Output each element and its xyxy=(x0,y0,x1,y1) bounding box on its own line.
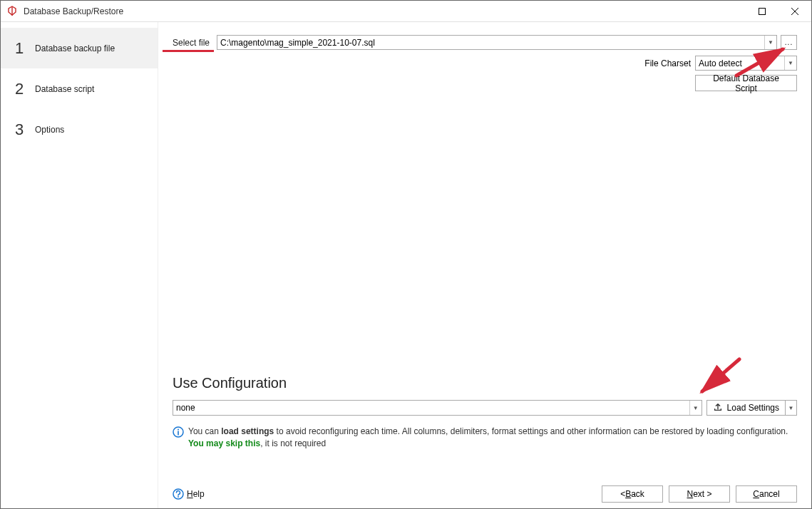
svg-rect-3 xyxy=(178,431,179,436)
close-button[interactable] xyxy=(778,1,811,22)
titlebar: Database Backup/Restore xyxy=(1,1,811,22)
step-number: 2 xyxy=(15,80,31,98)
upload-icon xyxy=(713,402,723,414)
window-title: Database Backup/Restore xyxy=(24,6,123,16)
step-options[interactable]: 3 Options xyxy=(1,109,158,150)
step-label: Database script xyxy=(35,84,94,94)
step-number: 3 xyxy=(15,120,31,139)
step-label: Database backup file xyxy=(35,43,115,53)
use-configuration-title: Use Configuration xyxy=(173,375,797,391)
app-icon xyxy=(6,6,18,17)
svg-rect-0 xyxy=(759,8,766,14)
default-database-script-button[interactable]: Default Database Script xyxy=(695,75,797,91)
configuration-combo[interactable]: none ▼ xyxy=(173,400,702,416)
file-path-input[interactable] xyxy=(217,36,764,49)
help-link[interactable]: Help xyxy=(187,489,205,499)
browse-button[interactable]: ... xyxy=(781,35,797,50)
svg-point-2 xyxy=(178,429,179,431)
file-charset-value: Auto detect xyxy=(696,58,784,68)
select-file-label-text: Select file xyxy=(173,38,210,48)
step-number: 1 xyxy=(15,39,31,58)
select-file-label: Select file xyxy=(173,38,210,48)
next-button[interactable]: Next > xyxy=(669,485,730,503)
annotation-underline xyxy=(163,50,214,52)
load-settings-button[interactable]: Load Settings xyxy=(706,400,786,416)
file-charset-combo[interactable]: Auto detect ▼ xyxy=(695,56,797,71)
use-configuration-section: Use Configuration none ▼ Load Settings ▼ xyxy=(173,375,797,450)
file-charset-label: File Charset xyxy=(644,58,691,68)
step-label: Options xyxy=(35,125,64,135)
load-settings-dropdown[interactable]: ▼ xyxy=(786,400,797,416)
load-settings-label: Load Settings xyxy=(727,403,779,413)
configuration-value: none xyxy=(173,403,689,413)
info-icon xyxy=(173,426,184,438)
help-icon xyxy=(173,488,184,500)
svg-point-5 xyxy=(178,496,179,498)
chevron-down-icon[interactable]: ▼ xyxy=(784,56,796,70)
step-database-script[interactable]: 2 Database script xyxy=(1,68,158,109)
cancel-button[interactable]: Cancel xyxy=(736,485,797,503)
info-row: You can load settings to avoid reconfigu… xyxy=(173,426,797,450)
info-text: You can load settings to avoid reconfigu… xyxy=(188,426,797,450)
file-path-combo[interactable]: ▼ xyxy=(217,35,777,50)
maximize-button[interactable] xyxy=(746,1,778,22)
wizard-sidebar: 1 Database backup file 2 Database script… xyxy=(1,22,158,508)
chevron-down-icon[interactable]: ▼ xyxy=(764,36,776,49)
main-panel: Select file ▼ ... File Charset Auto dete… xyxy=(158,22,811,508)
chevron-down-icon[interactable]: ▼ xyxy=(689,401,701,415)
step-database-backup-file[interactable]: 1 Database backup file xyxy=(1,28,158,68)
back-button[interactable]: < Back xyxy=(602,485,663,503)
